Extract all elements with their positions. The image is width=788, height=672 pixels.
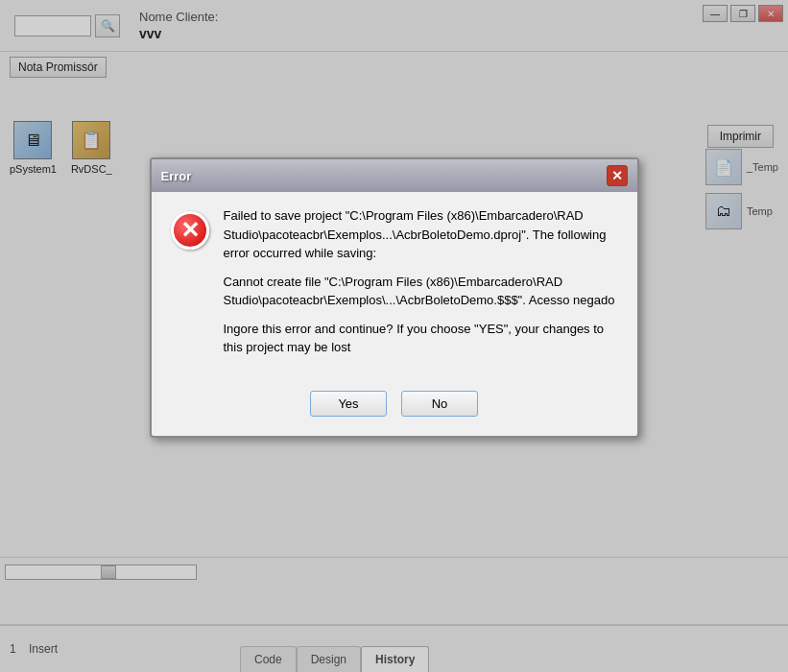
- error-dialog: Error ✕ ✕ Failed to save project "C:\Pro…: [150, 157, 639, 438]
- error-x-icon: ✕: [180, 217, 200, 244]
- dialog-close-button[interactable]: ✕: [607, 165, 628, 186]
- close-icon: ✕: [611, 168, 623, 183]
- no-button[interactable]: No: [401, 391, 478, 417]
- dialog-message-line2: Cannot create file "C:\Program Files (x8…: [224, 273, 618, 310]
- yes-button[interactable]: Yes: [310, 391, 387, 417]
- error-icon-circle: ✕: [171, 211, 209, 250]
- dialog-body: ✕ Failed to save project "C:\Program Fil…: [152, 192, 637, 381]
- dialog-message-line1: Failed to save project "C:\Program Files…: [224, 206, 618, 263]
- dialog-titlebar: Error ✕: [152, 159, 637, 192]
- dialog-message-line3: Ingore this error and continue? If you c…: [224, 320, 618, 357]
- dialog-message: Failed to save project "C:\Program Files…: [224, 206, 618, 367]
- dialog-footer: Yes No: [152, 381, 637, 436]
- error-icon-container: ✕: [171, 211, 209, 250]
- main-window: — ❐ ✕ 🔍 Nome Cliente: vvv Nota Promissór…: [0, 0, 788, 672]
- dialog-title: Error: [161, 169, 192, 183]
- dialog-overlay: Error ✕ ✕ Failed to save project "C:\Pro…: [0, 0, 788, 672]
